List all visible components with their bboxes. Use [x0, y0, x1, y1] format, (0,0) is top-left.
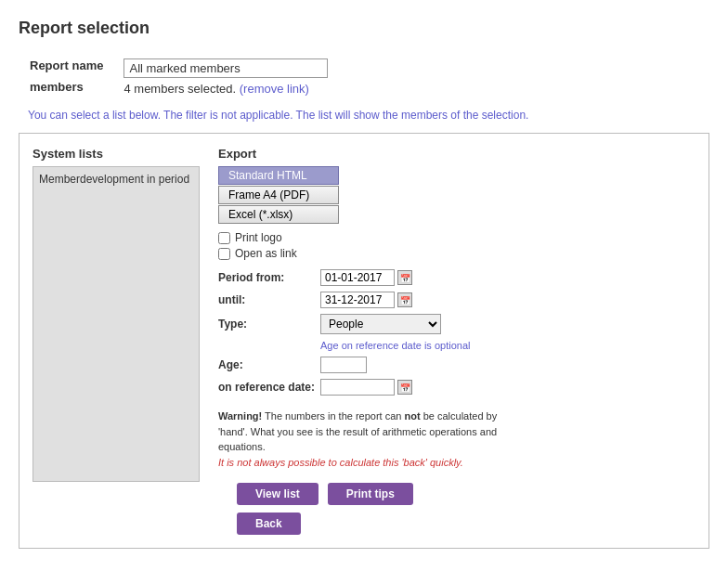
warning-title: Warning!	[218, 410, 262, 422]
until-label: until:	[218, 293, 320, 306]
warning-bold: not	[405, 410, 421, 422]
until-row: until: 📅	[218, 292, 696, 308]
export-frame-pdf[interactable]: Frame A4 (PDF)	[218, 186, 339, 204]
until-input[interactable]	[320, 292, 395, 308]
export-options: Standard HTML Frame A4 (PDF) Excel (*.xl…	[218, 166, 696, 224]
period-from-calendar-icon[interactable]: 📅	[397, 270, 412, 285]
export-excel[interactable]: Excel (*.xlsx)	[218, 205, 339, 224]
back-button[interactable]: Back	[237, 513, 301, 535]
open-as-link-checkbox[interactable]	[218, 248, 230, 260]
ref-date-label: on reference date:	[218, 381, 320, 394]
period-from-input[interactable]	[320, 269, 395, 286]
age-row: Age:	[218, 357, 696, 373]
view-list-button[interactable]: View list	[237, 483, 318, 505]
main-box: System lists Memberdevelopment in period…	[19, 133, 709, 549]
back-row: Back	[237, 513, 696, 535]
warning-red: It is not always possible to calculate t…	[218, 457, 463, 468]
info-note: You can select a list below. The filter …	[28, 109, 709, 122]
system-list-box[interactable]: Memberdevelopment in period	[32, 166, 200, 482]
age-label: Age:	[218, 358, 320, 371]
ref-date-calendar-icon[interactable]: 📅	[397, 380, 412, 395]
system-lists-heading: System lists	[32, 147, 209, 161]
page-title: Report selection	[19, 19, 709, 38]
type-label: Type:	[218, 318, 320, 331]
ref-date-row: on reference date: 📅	[218, 379, 696, 396]
type-select[interactable]: People Organisation Both	[320, 314, 441, 334]
ref-date-input[interactable]	[320, 379, 395, 396]
period-from-row: Period from: 📅	[218, 269, 696, 286]
print-logo-row: Print logo	[218, 231, 696, 244]
report-name-input[interactable]	[124, 58, 328, 78]
open-as-link-row: Open as link	[218, 247, 696, 260]
list-item[interactable]: Memberdevelopment in period	[39, 171, 193, 188]
until-calendar-icon[interactable]: 📅	[397, 292, 412, 307]
warning-box: Warning! The numbers in the report can n…	[218, 409, 525, 470]
report-name-label: Report name	[30, 58, 122, 78]
print-tips-button[interactable]: Print tips	[328, 483, 413, 505]
remove-link[interactable]: (remove link)	[240, 82, 309, 96]
export-standard-html[interactable]: Standard HTML	[218, 166, 339, 185]
age-input[interactable]	[320, 357, 367, 373]
members-count: 4 members selected.	[124, 82, 236, 96]
period-from-label: Period from:	[218, 271, 320, 284]
action-buttons: View list Print tips	[237, 483, 696, 505]
type-row: Type: People Organisation Both	[218, 314, 696, 334]
export-heading: Export	[218, 147, 696, 161]
age-note: Age on reference date is optional	[320, 340, 696, 351]
print-logo-label: Print logo	[235, 231, 282, 244]
members-label: members	[30, 80, 122, 97]
open-as-link-label: Open as link	[235, 247, 297, 260]
warning-text1: The numbers in the report can	[265, 410, 404, 422]
print-logo-checkbox[interactable]	[218, 232, 230, 244]
